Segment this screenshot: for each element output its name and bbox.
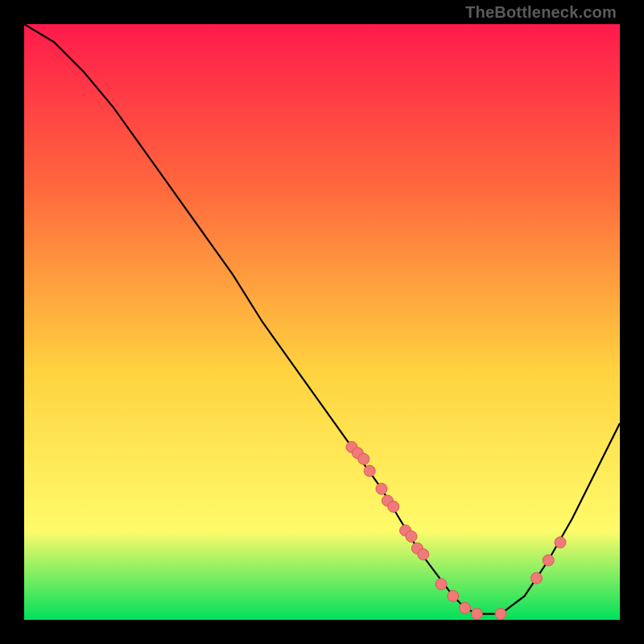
highlight-dot — [358, 453, 369, 464]
highlight-dot — [418, 549, 429, 560]
highlight-dot — [543, 555, 554, 566]
gradient-background — [24, 24, 620, 620]
chart-svg — [24, 24, 620, 620]
highlight-dot — [436, 579, 447, 590]
chart-frame: TheBottleneck.com — [0, 0, 644, 644]
highlight-dot — [530, 572, 542, 584]
highlight-dot — [460, 602, 471, 613]
highlight-dot — [471, 609, 482, 620]
highlight-dot — [495, 609, 506, 620]
highlight-dot — [406, 530, 417, 542]
highlight-dot — [555, 537, 566, 548]
highlight-dot — [376, 483, 387, 494]
highlight-dot — [388, 501, 399, 512]
attribution-label: TheBottleneck.com — [465, 3, 617, 22]
highlight-dot — [364, 465, 375, 477]
highlight-dot — [448, 590, 459, 601]
plot-area — [24, 24, 620, 620]
